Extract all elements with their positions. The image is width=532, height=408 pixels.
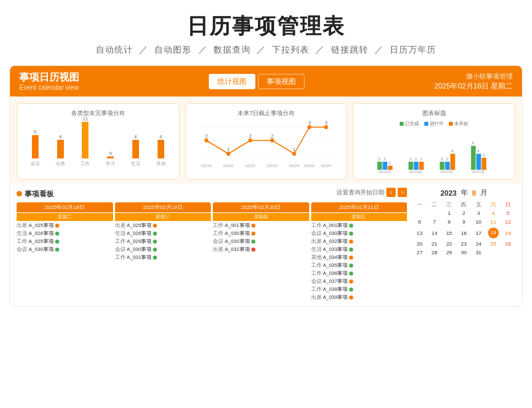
- day-header-2: 2025年02月19日: [115, 202, 211, 212]
- svg-point-4: [226, 152, 230, 156]
- event-item: 工作 A_030事项: [213, 230, 309, 237]
- day-header-4: 2025年02月21日: [311, 202, 408, 212]
- bar-group-4: 0 学习: [106, 151, 115, 167]
- svg-text:3: 3: [483, 153, 485, 157]
- svg-point-6: [270, 138, 274, 142]
- event-item: 出差 A_032事项: [311, 238, 408, 245]
- svg-text:1: 1: [293, 147, 295, 152]
- event-item: 会议 A_037事项: [311, 278, 408, 285]
- chart-bar: 各类型未完事项分布 5 会议 4 出差 11 工作: [17, 103, 180, 180]
- board-title: 事项看板: [25, 189, 54, 199]
- svg-text:3: 3: [325, 120, 327, 125]
- event-item: 工作 A_029事项: [115, 238, 211, 245]
- bar-group-6: 4 其他: [156, 134, 166, 167]
- grouped-chart-svg: 02/18日 2 2 1 02/19日 2 2 2: [358, 130, 509, 174]
- svg-rect-38: [440, 162, 445, 170]
- day-weekday-3: 星期四: [213, 213, 309, 221]
- event-item: 会议 A_030事项: [213, 238, 309, 245]
- svg-rect-39: [446, 162, 450, 170]
- svg-rect-40: [451, 154, 456, 170]
- bar-group-1: 5 会议: [31, 130, 40, 167]
- topbar-title-en: Event calendar view: [19, 84, 79, 91]
- svg-text:02/21: 02/21: [245, 164, 256, 168]
- settings-row: 设置查询开始日期 ‹ ›: [336, 188, 407, 197]
- svg-text:02/20日: 02/20日: [441, 170, 454, 174]
- top-bar-left: 事项日历视图 Event calendar view: [19, 71, 79, 91]
- svg-text:02/20: 02/20: [223, 164, 234, 168]
- day-header-1: 2025年02月18日: [17, 202, 113, 212]
- day-column-4: 2025年02月21日 星期五 工作 A_001事项 会议 A_030事项: [311, 202, 408, 302]
- calendar-board: 事项看板 设置查询开始日期 ‹ › 2025年02月18日 星期二 出差: [17, 188, 407, 302]
- svg-rect-47: [482, 158, 487, 170]
- chart3-title: 图表标题: [358, 109, 509, 118]
- user-info: 微小软事项管理: [434, 72, 513, 81]
- settings-label: 设置查询开始日期: [336, 188, 384, 197]
- svg-text:2: 2: [446, 157, 448, 161]
- cal-year: 2023: [440, 189, 456, 197]
- event-item: 出差 A_032事项: [213, 246, 309, 253]
- day-weekday-4: 星期五: [311, 213, 408, 221]
- svg-rect-46: [477, 154, 481, 170]
- top-bar: 事项日历视图 Event calendar view 统计视图 事项视图 微小软…: [10, 66, 522, 97]
- cal-month: 8: [472, 189, 476, 197]
- event-item: 工作 A_031事项: [115, 254, 211, 261]
- svg-text:2: 2: [271, 134, 273, 138]
- svg-text:02/24: 02/24: [305, 164, 315, 168]
- mini-cal-header: 2023 年 8 月: [412, 188, 515, 198]
- svg-text:2: 2: [420, 157, 422, 161]
- top-bar-right: 微小软事项管理 2025年02月18日 星期二: [434, 72, 513, 91]
- day-column-3: 2025年02月20日 星期四 工作 A_001事项 工作 A_030事项: [213, 202, 309, 302]
- svg-text:1: 1: [389, 161, 391, 165]
- svg-text:2: 2: [441, 157, 443, 161]
- event-item: 出差 A_025事项: [17, 222, 113, 229]
- event-item: 工作 A_001事项: [213, 222, 309, 229]
- nav-next-btn[interactable]: ›: [398, 188, 407, 197]
- bar-chart: 5 会议 4 出差 11 工作 0: [23, 120, 174, 167]
- day-column-1: 2025年02月18日 星期二 出差 A_025事项 生活 A_026事项: [17, 202, 113, 302]
- event-item: 会议 A_030事项: [17, 246, 113, 253]
- grouped-bar-chart: 02/18日 2 2 1 02/19日 2 2 2: [358, 127, 509, 174]
- event-item: 生活 A_026事项: [115, 230, 211, 237]
- event-item: 工作 A_035事项: [311, 262, 408, 269]
- nav-prev-btn[interactable]: ‹: [386, 188, 396, 197]
- event-item: 工作 A_038事项: [311, 286, 408, 293]
- chart3-legend: 已完成 进行中 未开始: [358, 120, 509, 127]
- svg-text:02/23: 02/23: [289, 164, 300, 168]
- event-item: 工作 A_029事项: [17, 238, 113, 245]
- page-title: 日历事项管理表: [0, 12, 532, 41]
- tab-stats[interactable]: 统计视图: [209, 74, 255, 89]
- header: 日历事项管理表 自动统计 ／ 自动图形 ／ 数据查询 ／ 下拉列表 ／ 链接跳转…: [0, 0, 532, 60]
- mini-calendar: 2023 年 8 月 一 二 三 四 五 六 日: [412, 188, 515, 302]
- tab-events[interactable]: 事项视图: [258, 74, 305, 89]
- svg-text:02/22: 02/22: [267, 164, 278, 168]
- board-dot: [17, 191, 22, 196]
- svg-point-5: [248, 138, 252, 142]
- bar-group-3: 11 工作: [80, 116, 90, 167]
- svg-text:02/19日: 02/19日: [410, 170, 423, 174]
- bar-group-5: 4 生活: [131, 134, 140, 167]
- chart2-title: 未来7日截止事项分布: [191, 109, 342, 118]
- line-chart-svg: 2 1 2 2 1 3 3 02/19 02/20 02/21 02/22 02…: [191, 120, 342, 170]
- event-item: 工作 A_001事项: [311, 222, 408, 229]
- day-header-3: 2025年02月20日: [213, 202, 309, 212]
- event-item: 生活 A_026事项: [17, 230, 113, 237]
- svg-text:02/18日: 02/18日: [379, 170, 392, 174]
- chart-line: 未来7日截止事项分布: [185, 103, 348, 180]
- svg-text:2: 2: [378, 157, 380, 161]
- main-content: 事项日历视图 Event calendar view 统计视图 事项视图 微小软…: [9, 65, 523, 307]
- svg-text:2: 2: [410, 157, 412, 161]
- svg-text:4: 4: [452, 149, 454, 153]
- days-container: 2025年02月18日 星期二 出差 A_025事项 生活 A_026事项: [17, 202, 407, 302]
- event-item: 会议 A_030事项: [311, 230, 408, 237]
- mini-cal-grid: 一 二 三 四 五 六 日 1: [412, 200, 515, 257]
- svg-point-9: [324, 125, 328, 129]
- line-chart-container: 2 1 2 2 1 3 3 02/19 02/20 02/21 02/22 02…: [191, 120, 342, 170]
- event-item: 会议 A_030事项: [115, 246, 211, 253]
- svg-rect-31: [409, 162, 414, 170]
- chart-grouped-bar: 图表标题 已完成 进行中 未开始: [352, 103, 515, 180]
- svg-text:6: 6: [472, 141, 474, 145]
- svg-rect-24: [378, 162, 382, 170]
- svg-rect-33: [420, 162, 424, 170]
- day-column-2: 2025年02月19日 星期三 出差 A_025事项 生活 A_026事项: [115, 202, 211, 302]
- bottom-section: 事项看板 设置查询开始日期 ‹ › 2025年02月18日 星期二 出差: [10, 184, 522, 306]
